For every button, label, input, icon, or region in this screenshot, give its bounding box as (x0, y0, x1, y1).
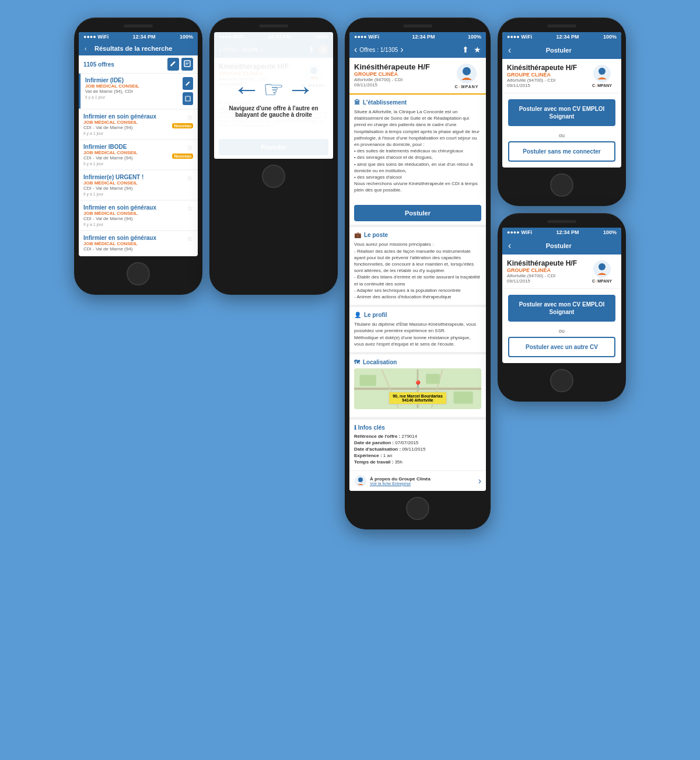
building-icon: 🏛 (354, 99, 360, 106)
result-item-1[interactable]: Infirmier en soin généraux JOB MÉDICAL C… (79, 110, 198, 139)
edit-btn[interactable] (167, 58, 179, 71)
company-footer-link[interactable]: Voir la fiche Entreprise (370, 482, 430, 486)
status-bar-3: ●●●● WiFi 12:34 PM 100% (349, 32, 486, 41)
svg-rect-11 (454, 392, 473, 404)
forward-btn-3[interactable]: › (400, 44, 403, 55)
result-item-5[interactable]: Infirmier en soin généraux JOB MÉDICAL C… (79, 231, 198, 255)
company-logo-5: C○MPANY (587, 259, 617, 283)
result-title-3: Infirmier(e) URGENT ! (83, 174, 144, 180)
info-date-actualisation: Date d'actualisation : 09/11/2015 (354, 447, 481, 452)
star-icon-5[interactable]: ☆ (187, 235, 193, 243)
result-item-0[interactable]: Infirmier (IDE) JOB MÉDICAL CONSEIL Val … (79, 74, 198, 109)
time-4: 12:34 PM (556, 34, 579, 40)
home-btn-3[interactable] (406, 497, 429, 520)
svg-point-4 (463, 67, 471, 75)
offer-company-3: GROUPE CLINÉA (354, 71, 430, 77)
postuler-btn-3[interactable]: Postuler (354, 205, 481, 221)
time-5: 12:34 PM (556, 229, 579, 235)
offer-location-4: Alfortville (94700) - CDI (507, 78, 577, 83)
svg-point-14 (358, 477, 363, 482)
info-experience: Expérience : 1 an (354, 453, 481, 458)
map-icon: 🗺 (354, 359, 360, 365)
profil-title: 👤 Le profil (354, 312, 481, 318)
screen-swipe-tutorial: ●●●● WiFi 12:34 PM 100% ‹ Offres : 1/130… (214, 32, 333, 159)
signal-1: ●●●● WiFi (83, 34, 108, 40)
result-date-3: Il y a 1 jour (83, 192, 144, 196)
profil-icon: 👤 (354, 312, 361, 318)
company-name-4: C○MPANY (592, 83, 612, 88)
result-date-2: Il y a 1 jour (83, 162, 138, 166)
info-date-parution: Date de parution : 07/07/2015 (354, 440, 481, 445)
screen-search-results: ●●●● WiFi 12:34 PM 100% ‹ Résultats de l… (79, 32, 198, 256)
apply-no-login-btn-4[interactable]: Postuler sans me connecter (508, 141, 615, 162)
home-btn-1[interactable] (127, 262, 150, 285)
star-icon-4[interactable]: ☆ (187, 204, 193, 212)
info-icon: ℹ (354, 424, 356, 431)
result-company-1: JOB MÉDICAL CONSEIL (83, 120, 156, 125)
time-3: 12:34 PM (412, 34, 435, 40)
home-btn-2[interactable] (262, 165, 285, 188)
etablissement-text: Située à Alfortville, la Clinique La Con… (354, 109, 481, 193)
result-title-0: Infirmier (IDE) (85, 77, 139, 83)
apply-cv-btn-5[interactable]: Postuler avec mon CV EMPLOI Soignant (508, 295, 615, 322)
localisation-title: 🗺 Localisation (354, 359, 481, 365)
offer-nav-3: ‹ Offres : 1/1305 › ⬆ ★ (349, 41, 486, 58)
footer-chevron-icon[interactable]: › (478, 476, 481, 486)
company-name-3: C○MPANY (454, 85, 478, 89)
poste-title: 💼 Le poste (354, 232, 481, 238)
badge-new-1: Nouveau (172, 123, 193, 128)
result-location-4: CDI - Val de Marne (94) (83, 216, 156, 221)
infos-title: ℹ Infos clés (354, 424, 481, 431)
result-location-1: CDI - Val de Marne (94) (83, 125, 156, 130)
profil-section: 👤 Le profil Titulaire du diplôme d'État … (349, 307, 486, 352)
swipe-tutorial-overlay: ← ☞ → Naviguez d'une offre à l'autre en … (214, 32, 333, 159)
star-icon-2[interactable]: ☆ (187, 144, 193, 152)
nav-bar-1: ‹ Résultats de la recherche (79, 41, 198, 55)
save-btn[interactable] (181, 58, 193, 71)
save-icon-0[interactable] (183, 92, 193, 105)
arrow-left-icon: ← (233, 73, 261, 105)
poste-icon: 💼 (354, 232, 361, 238)
result-company-3: JOB MÉDICAL CONSEIL (83, 180, 144, 186)
apply-cv-btn-4[interactable]: Postuler avec mon CV EMPLOI Soignant (508, 99, 615, 126)
profil-text: Titulaire du diplôme d'État Masseur-Kiné… (354, 321, 481, 347)
offer-date-3: 09/11/2015 (354, 82, 430, 88)
poste-section: 💼 Le poste Vous aurez pour missions prin… (349, 227, 486, 305)
share-btn-3[interactable]: ⬆ (462, 45, 469, 54)
result-location-5: CDI - Val de Marne (94) (83, 246, 156, 252)
back-btn-3[interactable]: ‹ (354, 44, 357, 55)
phone-4: ●●●● WiFi 12:34 PM 100% ‹ Postuler Kinés… (498, 18, 626, 206)
arrow-right-icon: → (286, 73, 314, 105)
swipe-text: Naviguez d'une offre à l'autre en balaya… (214, 105, 333, 118)
result-count: 1105 offres (83, 61, 114, 68)
swipe-arrows: ← ☞ → (233, 73, 314, 105)
phone-2: ●●●● WiFi 12:34 PM 100% ‹ Offres : 1/130… (209, 18, 338, 295)
status-bar-5: ●●●● WiFi 12:34 PM 100% (502, 228, 621, 237)
star-icon-1[interactable]: ☆ (187, 113, 193, 121)
time-1: 12:34 PM (133, 34, 156, 40)
company-footer-title: À propos du Groupe Clinéa (370, 476, 430, 482)
edit-icon-0[interactable] (183, 77, 193, 90)
apply-other-cv-btn-5[interactable]: Postuler avec un autre CV (508, 337, 615, 357)
battery-3: 100% (468, 34, 481, 40)
result-item-3[interactable]: Infirmier(e) URGENT ! JOB MÉDICAL CONSEI… (79, 170, 198, 200)
localisation-section: 🗺 Localisation (349, 354, 486, 417)
star-btn-3[interactable]: ★ (474, 45, 481, 54)
status-bar-1: ●●●● WiFi 12:34 PM 100% (79, 32, 198, 41)
phone-3: ●●●● WiFi 12:34 PM 100% ‹ Offres : 1/130… (345, 18, 491, 529)
result-location-2: CDI - Val de Marne (94) (83, 155, 138, 161)
nav-title-4: Postuler (511, 47, 606, 54)
result-date-4: Il y a 1 jour (83, 222, 156, 226)
result-location-0: Val de Marne (94), CDI (85, 89, 139, 94)
home-btn-4[interactable] (550, 173, 573, 197)
result-date-0: Il y a 1 jour (85, 95, 139, 99)
result-item-2[interactable]: Infirmier IBODE JOB MÉDICAL CONSEIL CDI … (79, 140, 198, 169)
svg-rect-10 (359, 375, 376, 386)
signal-4: ●●●● WiFi (507, 34, 532, 40)
home-btn-5[interactable] (550, 369, 573, 392)
svg-rect-12 (426, 374, 440, 384)
star-icon-3[interactable]: ☆ (187, 174, 193, 182)
result-item-4[interactable]: Infirmier en soin généraux JOB MÉDICAL C… (79, 201, 198, 230)
offers-label-3: Offres : 1/1305 (359, 47, 398, 53)
company-footer[interactable]: À propos du Groupe Clinéa Voir la fiche … (349, 470, 486, 491)
